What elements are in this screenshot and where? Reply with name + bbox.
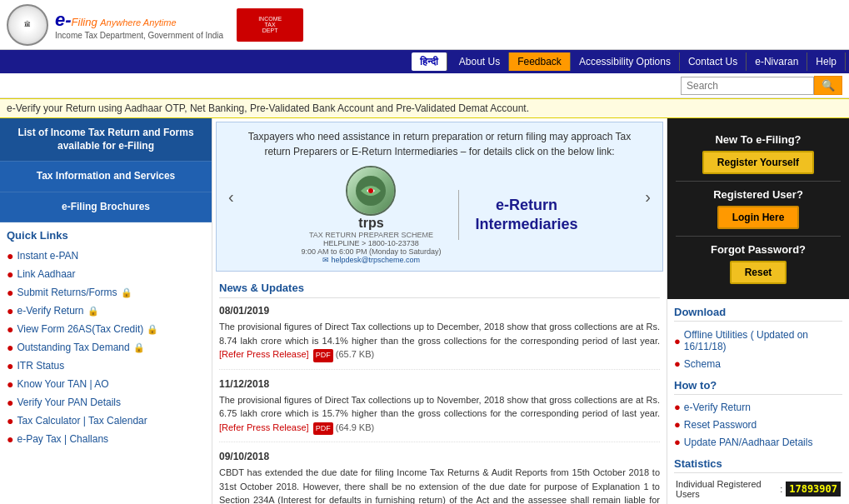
new-user-box: New To e-Filing? Register Yourself	[676, 127, 841, 182]
helpline-hours: 9:00 AM to 6:00 PM (Monday to Saturday)	[301, 247, 441, 256]
ql-bullet-5: ●	[7, 341, 13, 354]
news-title: News & Updates	[219, 282, 660, 298]
howto-item-1[interactable]: ● Reset Password	[674, 416, 842, 433]
ql-bullet-7: ●	[7, 377, 13, 391]
register-button[interactable]: Register Yourself	[702, 151, 814, 174]
brand-department: Income Tax Department, Government of Ind…	[55, 31, 223, 40]
ql-itr-status[interactable]: ● ITR Status	[7, 357, 205, 375]
help-link[interactable]: Help	[807, 52, 846, 71]
howto-label-2: Update PAN/Aadhaar Details	[684, 437, 813, 448]
ereturn-line1: e-Return	[496, 197, 557, 213]
ql-label-5: Outstanding Tax Demand	[17, 342, 129, 353]
enivaran-link[interactable]: e-Nivaran	[747, 52, 807, 71]
govt-logo: 🏛	[7, 4, 48, 46]
ql-bullet-4: ●	[7, 322, 13, 336]
ql-outstanding-tax[interactable]: ● Outstanding Tax Demand 🔒	[7, 338, 205, 357]
ereturn-section: e-Return Intermediaries	[476, 196, 578, 235]
howto-title: How to?	[674, 379, 842, 395]
ql-bullet-8: ●	[7, 396, 13, 409]
helpdesk-email: ✉ helpdesk@trpscheme.com	[301, 256, 441, 264]
carousel-next[interactable]: ›	[640, 187, 656, 207]
dl-label-0: Offline Utilities ( Updated on 16/11/18)	[684, 329, 842, 352]
about-us-link[interactable]: About Us	[451, 52, 509, 71]
ql-bullet-6: ●	[7, 359, 13, 372]
accessibility-link[interactable]: Accessibility Options	[571, 52, 680, 71]
brand-title: e-Filing Anywhere Anytime	[55, 9, 223, 31]
sidebar-btn-0[interactable]: List of Income Tax Return and Forms avai…	[0, 118, 212, 162]
new-user-title: New To e-Filing?	[682, 133, 834, 146]
ereturn-title: e-Return Intermediaries	[476, 196, 578, 235]
ql-label-4: View Form 26AS(Tax Credit)	[17, 323, 143, 335]
lock-icon-3: 🔒	[87, 306, 99, 317]
carousel-logos: trps TAX RETURN PREPARER SCHEME HELPLINE…	[239, 166, 641, 264]
carousel-prev[interactable]: ‹	[223, 187, 239, 207]
sidebar-btn-1[interactable]: Tax Information and Services	[0, 162, 212, 192]
ql-instant-epan[interactable]: ● Instant e-PAN	[7, 247, 205, 265]
ql-label-7: Know Your TAN | AO	[17, 378, 108, 390]
login-button[interactable]: Login Here	[717, 206, 800, 229]
quick-links-section: Quick Links ● Instant e-PAN ● Link Aadha…	[0, 222, 212, 455]
ql-know-tan-ao[interactable]: ● Know Your TAN | AO	[7, 375, 205, 393]
news-date-1: 11/12/2018	[219, 378, 660, 390]
ql-label-3: e-Verify Return	[17, 305, 83, 317]
ql-everify-return[interactable]: ● e-Verify Return 🔒	[7, 302, 205, 320]
ql-label-6: ITR Status	[17, 360, 64, 372]
howto-bullet-1: ●	[674, 418, 681, 431]
ql-submit-returns[interactable]: ● Submit Returns/Forms 🔒	[7, 283, 205, 302]
trps-tagline: TAX RETURN PREPARER SCHEME	[301, 231, 441, 239]
search-input[interactable]	[681, 77, 814, 95]
dl-item-0[interactable]: ● Offline Utilities ( Updated on 16/11/1…	[674, 327, 842, 355]
feedback-link[interactable]: Feedback	[509, 52, 571, 71]
ql-label-9: Tax Calculator | Tax Calendar	[17, 415, 147, 427]
howto-bullet-0: ●	[674, 401, 681, 413]
news-body-1: The provisional figures of Direct Tax co…	[219, 393, 660, 436]
main-layout: List of Income Tax Return and Forms avai…	[0, 118, 849, 504]
ql-tax-calculator[interactable]: ● Tax Calculator | Tax Calendar	[7, 412, 205, 430]
ql-label-1: Link Aadhaar	[17, 268, 75, 280]
ql-bullet-1: ●	[7, 267, 13, 281]
header: 🏛 e-Filing Anywhere Anytime Income Tax D…	[0, 0, 849, 50]
dl-bullet-1: ●	[674, 357, 681, 370]
forgot-title: Forgot Password?	[682, 243, 834, 256]
ql-epay-tax[interactable]: ● e-Pay Tax | Challans	[7, 430, 205, 448]
ql-label-10: e-Pay Tax | Challans	[17, 433, 108, 445]
howto-label-0: e-Verify Return	[684, 402, 751, 413]
ql-bullet-9: ●	[7, 414, 13, 427]
howto-item-2[interactable]: ● Update PAN/Aadhaar Details	[674, 433, 842, 451]
svg-point-1	[368, 188, 373, 193]
ql-bullet-0: ●	[7, 249, 13, 262]
ql-bullet-3: ●	[7, 304, 13, 317]
howto-bullet-2: ●	[674, 436, 681, 448]
lock-icon-2: 🔒	[121, 287, 132, 298]
dl-item-1[interactable]: ● Schema	[674, 355, 842, 372]
ql-bullet-10: ●	[7, 432, 13, 446]
ql-label-0: Instant e-PAN	[17, 250, 78, 262]
trps-logo: trps TAX RETURN PREPARER SCHEME HELPLINE…	[301, 166, 441, 264]
sidebar-btn-2[interactable]: e-Filing Brochures	[0, 192, 212, 223]
helpline-number: HELPLINE > 1800-10-23738	[301, 239, 441, 247]
ql-link-aadhaar[interactable]: ● Link Aadhaar	[7, 265, 205, 283]
ticker-text: e-Verify your Return using Aadhaar OTP, …	[7, 102, 529, 114]
stats-label-0: Individual Registered Users	[674, 477, 778, 502]
search-bar-row: 🔍	[0, 73, 849, 98]
search-button[interactable]: 🔍	[814, 76, 842, 95]
contact-us-link[interactable]: Contact Us	[680, 52, 747, 71]
ql-view-form26as[interactable]: ● View Form 26AS(Tax Credit) 🔒	[7, 320, 205, 338]
news-date-2: 09/10/2018	[219, 451, 660, 462]
news-body-0: The provisional figures of Direct Tax co…	[219, 320, 660, 362]
hindi-link[interactable]: हिन्दी	[412, 52, 447, 71]
ql-verify-pan[interactable]: ● Verify Your PAN Details	[7, 393, 205, 412]
registered-title: Registered User?	[682, 188, 834, 201]
howto-item-0[interactable]: ● e-Verify Return	[674, 398, 842, 416]
stats-title: Statistics	[674, 457, 842, 473]
tax-dept-emblem: INCOMETAXDEPT	[237, 8, 303, 42]
brand-subtitle: Anywhere Anytime	[100, 17, 176, 27]
ql-bullet-2: ●	[7, 286, 13, 299]
news-item-0: 08/01/2019 The provisional figures of Di…	[219, 305, 660, 370]
howto-label-1: Reset Password	[684, 419, 757, 431]
carousel-divider	[458, 190, 459, 240]
right-sidebar: New To e-Filing? Register Yourself Regis…	[667, 118, 849, 504]
news-date-0: 08/01/2019	[219, 305, 660, 317]
reset-button[interactable]: Reset	[730, 261, 787, 284]
news-section: News & Updates 08/01/2019 The provisiona…	[212, 275, 667, 504]
